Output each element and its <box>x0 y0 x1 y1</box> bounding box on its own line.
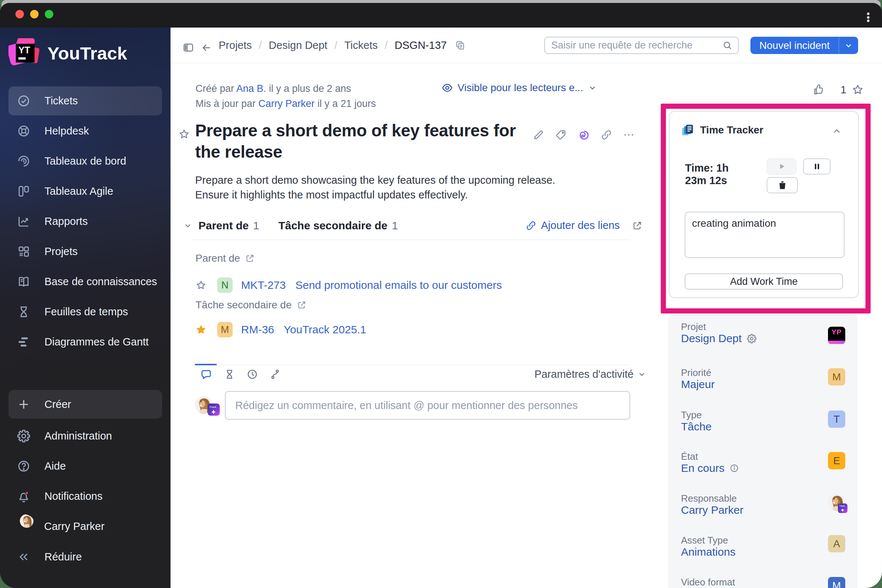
links-tab-subtask[interactable]: Tâche secondaire de <box>278 219 387 232</box>
asset-type-badge[interactable]: A <box>828 535 845 552</box>
new-incident-button[interactable]: Nouvel incident <box>750 37 858 54</box>
tab-vcs[interactable] <box>269 369 281 380</box>
star-count: 1 <box>840 84 846 96</box>
field-label: Type <box>681 410 702 421</box>
field-label: État <box>681 451 698 462</box>
user-avatar <box>11 514 36 538</box>
updated-author-link[interactable]: Carry Parker <box>258 98 315 109</box>
time-tracker-title: Time Tracker <box>700 124 763 136</box>
field-assignee-value[interactable]: Carry Parker <box>681 504 744 516</box>
star-issue-icon[interactable] <box>178 128 190 140</box>
create-button[interactable]: Créer <box>9 390 162 418</box>
comment-input[interactable] <box>226 399 630 412</box>
sidebar-item-knowledge-base[interactable]: Base de connaissances <box>9 267 162 296</box>
breadcrumb-project[interactable]: Design Dept <box>268 39 327 51</box>
visibility-selector[interactable]: Visible pour les lecteurs e... <box>441 82 597 94</box>
search-input[interactable] <box>545 40 722 51</box>
activity-settings[interactable]: Paramètres d'activité <box>525 368 646 380</box>
close-window-button[interactable] <box>15 10 24 18</box>
field-priority-value[interactable]: Majeur <box>681 378 715 391</box>
new-incident-dropdown[interactable] <box>838 37 858 54</box>
play-button[interactable] <box>766 158 796 175</box>
collapse-links-icon[interactable] <box>183 221 193 230</box>
sidebar-item-gantt-charts[interactable]: Diagrammes de Gantt <box>9 327 162 357</box>
tab-comments[interactable] <box>200 368 212 380</box>
breadcrumb-projects[interactable]: Projets <box>219 39 252 51</box>
external-link-icon[interactable] <box>297 300 306 310</box>
state-badge[interactable]: E <box>828 452 845 469</box>
collapse-sidebar-button[interactable]: Réduire <box>9 542 162 571</box>
report-chart-icon <box>17 214 30 228</box>
field-state-value[interactable]: En cours <box>681 462 739 474</box>
sidebar-user[interactable]: Carry Parker <box>9 512 162 541</box>
avatar-image <box>20 514 33 528</box>
issue-id-link[interactable]: RM-36 <box>241 323 274 336</box>
star-filled-icon[interactable] <box>195 324 207 335</box>
issue-id-link[interactable]: MKT-273 <box>241 279 286 291</box>
youtrack-logo[interactable]: YT YouTrack <box>9 38 127 68</box>
info-icon[interactable] <box>729 464 739 473</box>
window-titlebar <box>0 3 882 28</box>
priority-badge[interactable]: M <box>828 368 845 386</box>
open-links-external-icon[interactable] <box>632 220 642 231</box>
tab-work-log[interactable] <box>247 369 258 380</box>
more-actions-icon[interactable] <box>623 129 634 141</box>
project-avatar[interactable]: YP <box>828 327 845 344</box>
add-links-button[interactable]: Ajouter des liens <box>525 219 642 231</box>
issue-summary-link[interactable]: Send promotional emails to our customers <box>296 279 502 291</box>
thumbs-up-icon[interactable] <box>813 84 825 96</box>
external-link-icon[interactable] <box>245 254 255 263</box>
updated-line: Mis à jour par Carry Parker il y a 21 jo… <box>195 96 376 111</box>
youtrack-logo-icon: YT <box>9 38 39 68</box>
sidebar-item-notifications[interactable]: Notifications <box>9 482 162 510</box>
assignee-avatar[interactable]: Track <box>828 494 845 511</box>
video-format-badge[interactable]: M <box>828 577 845 588</box>
star-icon[interactable] <box>195 280 207 291</box>
lifebuoy-icon <box>17 124 30 138</box>
sidebar-item-helpdesk[interactable]: Helpdesk <box>9 117 162 146</box>
work-item-description-input[interactable] <box>685 212 844 258</box>
links-tab-parent[interactable]: Parent de <box>198 219 249 232</box>
type-badge[interactable]: T <box>828 411 845 428</box>
gear-icon[interactable] <box>747 334 757 344</box>
sidebar-item-agile-boards[interactable]: Tableaux Agile <box>9 177 162 206</box>
star-icon[interactable] <box>852 83 864 96</box>
created-author-link[interactable]: Ana B. <box>236 83 266 94</box>
zoom-window-button[interactable] <box>45 10 53 18</box>
link-icon[interactable] <box>600 129 612 141</box>
issue-fields-panel: Projet Design Dept YP Priorité Majeur M … <box>668 315 857 588</box>
tab-history[interactable] <box>224 369 235 380</box>
sidebar-item-tickets[interactable]: Tickets <box>9 86 162 116</box>
back-arrow-icon[interactable] <box>201 42 212 53</box>
edit-icon[interactable] <box>532 129 544 141</box>
add-work-time-button[interactable]: Add Work Time <box>685 273 843 290</box>
breadcrumb-tickets[interactable]: Tickets <box>344 39 378 51</box>
eye-icon <box>441 82 453 94</box>
copy-issue-id-icon[interactable] <box>455 40 466 51</box>
collapse-panel-icon[interactable] <box>831 126 842 137</box>
sidebar-item-help[interactable]: Aide <box>9 452 162 480</box>
projects-grid-icon <box>17 245 30 258</box>
search-icon[interactable] <box>722 40 733 51</box>
issue-summary-link[interactable]: YouTrack 2025.1 <box>284 323 366 336</box>
minimize-window-button[interactable] <box>30 10 39 18</box>
sidebar-item-projects[interactable]: Projets <box>9 237 162 266</box>
field-asset-type-value[interactable]: Animations <box>681 546 735 558</box>
panel-toggle-icon[interactable] <box>183 42 194 53</box>
youtrack-app-badge: Track <box>208 404 220 416</box>
issue-title: Prepare a short demo of key features for… <box>195 120 526 162</box>
sidebar-item-administration[interactable]: Administration <box>9 422 162 450</box>
sidebar-item-timesheets[interactable]: Feuilles de temps <box>9 297 162 326</box>
delete-time-button[interactable] <box>766 177 798 193</box>
field-project-value[interactable]: Design Dept <box>681 332 757 345</box>
ai-assistant-icon[interactable] <box>578 129 590 141</box>
sidebar-item-reports[interactable]: Rapports <box>9 207 162 236</box>
sidebar-item-dashboards[interactable]: Tableaux de bord <box>9 147 162 176</box>
ticket-check-icon <box>17 94 30 108</box>
tag-icon[interactable] <box>555 129 567 141</box>
app-badge-text: Track <box>209 405 217 409</box>
linked-issue-row: N MKT-273 Send promotional emails to our… <box>195 278 502 293</box>
pause-button[interactable] <box>803 158 831 175</box>
kebab-menu-icon[interactable] <box>866 12 871 22</box>
field-type-value[interactable]: Tâche <box>681 420 711 433</box>
